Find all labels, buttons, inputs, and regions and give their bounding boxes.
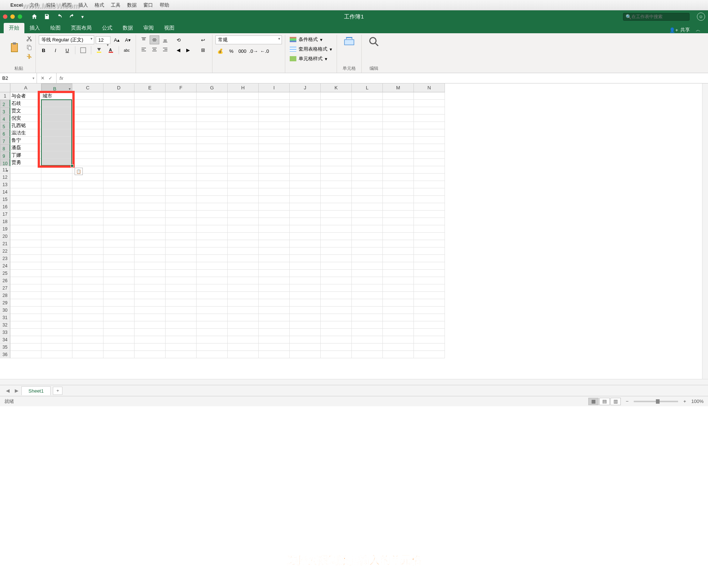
cell[interactable] [72,329,103,336]
cell[interactable] [41,114,72,122]
sheet-tab[interactable]: Sheet1 [21,386,51,395]
cell[interactable] [135,299,166,307]
tab-view[interactable]: 视图 [159,23,180,33]
cell[interactable] [166,351,197,358]
cell[interactable] [321,159,352,166]
cell[interactable] [352,159,383,166]
cell[interactable] [352,129,383,137]
fx-icon[interactable]: fx [57,73,66,83]
cell[interactable] [383,144,414,151]
cell[interactable] [103,100,135,107]
cell[interactable] [259,174,290,181]
cell[interactable] [135,292,166,299]
cell[interactable] [103,166,135,174]
cell[interactable] [103,174,135,181]
cell[interactable] [197,174,228,181]
cell[interactable] [228,159,259,166]
row-header[interactable]: 34 [0,336,10,343]
row-header[interactable]: 22 [0,247,10,255]
cell[interactable] [414,92,445,100]
cell[interactable] [414,255,445,262]
cell[interactable] [290,314,321,321]
cell[interactable] [166,314,197,321]
cell[interactable] [10,233,41,240]
cell[interactable] [103,292,135,299]
cell[interactable] [197,151,228,159]
cell[interactable] [135,225,166,233]
cell[interactable] [352,270,383,277]
cell[interactable] [414,218,445,225]
cell[interactable] [41,181,72,188]
cell[interactable] [41,284,72,292]
cell[interactable] [41,351,72,358]
cell[interactable] [228,151,259,159]
cell[interactable] [321,225,352,233]
paste-options-icon[interactable] [75,168,83,175]
cell[interactable] [321,307,352,314]
cell[interactable] [197,351,228,358]
cell[interactable] [197,159,228,166]
cell[interactable] [135,151,166,159]
cell[interactable] [228,203,259,211]
cell[interactable] [135,137,166,144]
cell[interactable] [321,181,352,188]
cell[interactable] [352,299,383,307]
row-header[interactable]: 8 [0,144,10,151]
row-header[interactable]: 21 [0,240,10,247]
cell[interactable] [197,262,228,270]
cell[interactable] [259,336,290,343]
cell[interactable] [10,292,41,299]
cell[interactable] [290,240,321,247]
cell[interactable] [228,247,259,255]
cell[interactable] [290,211,321,218]
cell[interactable] [197,233,228,240]
cell[interactable] [72,351,103,358]
cell[interactable] [166,336,197,343]
menu-format[interactable]: 格式 [95,2,104,8]
cell[interactable] [166,321,197,329]
cell[interactable] [352,262,383,270]
cell[interactable] [290,122,321,129]
cell[interactable]: 倪安 [10,114,41,122]
cell[interactable] [103,203,135,211]
cell[interactable] [41,159,72,166]
cell[interactable] [414,307,445,314]
cell[interactable] [321,277,352,284]
cells-button[interactable] [340,35,358,48]
feedback-icon[interactable]: ☺ [697,13,705,21]
cell[interactable] [352,255,383,262]
cell[interactable] [135,211,166,218]
cell[interactable] [290,129,321,137]
cell[interactable] [259,255,290,262]
cell[interactable] [72,277,103,284]
cell[interactable] [103,321,135,329]
name-box[interactable]: B2 [0,73,37,83]
cell[interactable] [228,225,259,233]
cell[interactable] [72,203,103,211]
cell[interactable]: 潘磊 [10,144,41,151]
cell[interactable] [383,174,414,181]
cell[interactable] [103,114,135,122]
cell[interactable] [10,262,41,270]
row-header[interactable]: 18 [0,218,10,225]
cell[interactable] [228,144,259,151]
cell[interactable] [228,299,259,307]
editing-button[interactable] [365,35,383,48]
cell[interactable] [352,247,383,255]
cell[interactable] [290,203,321,211]
cell[interactable] [228,262,259,270]
cell[interactable] [352,277,383,284]
cell[interactable] [72,255,103,262]
cell[interactable] [414,159,445,166]
cell[interactable] [135,218,166,225]
cell[interactable] [197,255,228,262]
cell[interactable] [10,277,41,284]
cell[interactable] [41,307,72,314]
cell[interactable] [166,188,197,196]
row-header[interactable]: 11 [0,166,10,174]
cell[interactable] [321,166,352,174]
cell[interactable] [135,343,166,351]
cell[interactable] [41,336,72,343]
cell[interactable] [321,100,352,107]
cell[interactable] [414,203,445,211]
